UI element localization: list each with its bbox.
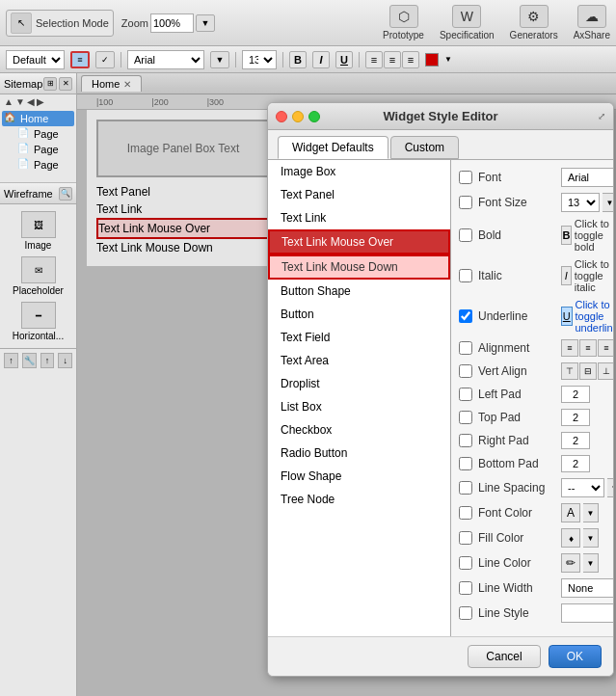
line-color-checkbox[interactable] (459, 556, 472, 570)
italic-checkbox[interactable] (459, 269, 472, 282)
widget-list-item-treenode[interactable]: Tree Node (268, 488, 450, 511)
fontsize-select[interactable]: 13 (561, 193, 600, 212)
line-spacing-select[interactable]: -- (561, 478, 604, 497)
nav-up-btn[interactable]: ▲ (4, 96, 13, 107)
font-dropdown-btn[interactable]: ▼ (210, 51, 229, 68)
dialog-close-btn[interactable] (276, 111, 287, 122)
line-style-checkbox[interactable] (459, 606, 472, 620)
wireframe-item-image[interactable]: 🖼 Image (4, 208, 72, 254)
bold-checkbox[interactable] (459, 228, 472, 242)
widget-list-item-textfield[interactable]: Text Field (268, 326, 450, 349)
bold-toggle-btn[interactable]: B (561, 226, 572, 245)
widget-list-item-textpanel[interactable]: Text Panel (268, 183, 450, 206)
left-pad-checkbox[interactable] (459, 388, 472, 401)
widget-list-item-textlink[interactable]: Text Link (268, 206, 450, 229)
italic-format-btn[interactable]: I (312, 51, 330, 68)
nav-item-page3[interactable]: 📄 Page (2, 157, 74, 173)
right-pad-checkbox[interactable] (459, 434, 472, 447)
align-right-btn[interactable]: ≡ (402, 51, 419, 68)
font-select-prop[interactable]: Arial (561, 168, 613, 187)
zoom-dropdown-btn[interactable]: ▼ (196, 14, 215, 32)
widget-list-item-radio[interactable]: Radio Button (268, 442, 450, 465)
widget-list-item-textlink-over[interactable]: Text Link Mouse Over (268, 229, 450, 254)
fill-color-dropdown[interactable]: ▼ (583, 528, 599, 548)
icon-btn-check[interactable]: ✓ (95, 51, 115, 68)
fill-color-checkbox[interactable] (459, 531, 472, 545)
align-right-icon[interactable]: ≡ (598, 339, 613, 357)
wb-btn3[interactable]: ↑ (40, 353, 55, 368)
generators-icon[interactable]: ⚙ (520, 5, 549, 28)
line-width-checkbox[interactable] (459, 581, 472, 595)
bottom-pad-input[interactable] (561, 455, 590, 472)
nav-item-page1[interactable]: 📄 Page (2, 126, 74, 142)
top-pad-checkbox[interactable] (459, 411, 472, 424)
bold-format-btn[interactable]: B (289, 51, 307, 68)
align-left-btn[interactable]: ≡ (365, 51, 383, 68)
cancel-button[interactable]: Cancel (468, 645, 540, 668)
widget-list-item-button[interactable]: Button (268, 303, 450, 326)
zoom-input[interactable] (150, 13, 194, 33)
align-center-btn[interactable]: ≡ (384, 51, 401, 68)
widget-list-item-checkbox[interactable]: Checkbox (268, 418, 450, 442)
alignment-checkbox[interactable] (459, 341, 472, 355)
wb-btn4[interactable]: ↓ (58, 353, 72, 368)
font-select[interactable]: Arial (127, 50, 204, 69)
vert-align-bot-icon[interactable]: ⊥ (598, 362, 613, 380)
widget-list-item-textarea[interactable]: Text Area (268, 349, 450, 372)
nav-item-page2[interactable]: 📄 Page (2, 142, 74, 157)
default-select[interactable]: Default (6, 50, 65, 69)
line-spacing-checkbox[interactable] (459, 481, 472, 495)
nav-left-btn[interactable]: ◀ (27, 96, 35, 107)
widget-list-item-btnshape[interactable]: Button Shape (268, 280, 450, 303)
wireframe-item-placeholder[interactable]: ✉ Placeholder (4, 254, 72, 299)
bottom-pad-checkbox[interactable] (459, 457, 472, 470)
font-color-icon[interactable]: A (561, 503, 580, 522)
wb-btn1[interactable]: ↑ (4, 353, 18, 368)
widget-list-item-textlink-down[interactable]: Text Link Mouse Down (268, 254, 450, 280)
sitemap-close-btn[interactable]: ✕ (59, 77, 72, 91)
sitemap-expand-btn[interactable]: ⊞ (43, 77, 57, 91)
vert-align-checkbox[interactable] (459, 364, 472, 378)
ok-button[interactable]: OK (549, 645, 602, 668)
font-size-select[interactable]: 13 (242, 50, 277, 69)
line-spacing-dropdown[interactable]: ▼ (607, 478, 613, 497)
selection-mode-icon[interactable]: ↖ (11, 13, 32, 34)
nav-right-btn[interactable]: ▶ (37, 96, 44, 107)
wb-btn2[interactable]: 🔧 (22, 353, 37, 368)
icon-btn-sitemap[interactable]: ≡ (70, 51, 90, 68)
dialog-zoom-btn[interactable] (308, 111, 320, 122)
nav-down-btn[interactable]: ▼ (15, 96, 25, 107)
vert-align-mid-icon[interactable]: ⊟ (579, 362, 597, 380)
line-color-dropdown[interactable]: ▼ (583, 553, 599, 573)
font-checkbox[interactable] (459, 171, 472, 184)
wireframe-search-icon[interactable]: 🔍 (59, 187, 72, 201)
color-swatch[interactable] (425, 53, 439, 67)
dialog-expand-btn[interactable]: ⤢ (598, 111, 605, 121)
wireframe-item-horizontal[interactable]: ━ Horizontal... (4, 299, 72, 344)
widget-list-item-droplist[interactable]: Droplist (268, 372, 450, 395)
fontsize-checkbox[interactable] (459, 196, 472, 209)
fill-color-icon[interactable]: ⬧ (561, 528, 580, 548)
prototype-icon[interactable]: ⬡ (389, 5, 418, 28)
widget-list-item-imagebox[interactable]: Image Box (268, 160, 450, 183)
dialog-minimize-btn[interactable] (292, 111, 304, 122)
dialog-tab-custom[interactable]: Custom (390, 136, 459, 159)
align-left-icon[interactable]: ≡ (561, 339, 578, 357)
nav-item-home[interactable]: 🏠 Home (2, 111, 74, 126)
font-color-checkbox[interactable] (459, 506, 472, 520)
underline-toggle-btn[interactable]: U (561, 307, 573, 326)
line-color-icon[interactable]: ✏ (561, 553, 580, 573)
widget-list-item-listbox[interactable]: List Box (268, 395, 450, 418)
dialog-tab-widget-defaults[interactable]: Widget Defaults (278, 136, 388, 159)
align-center-icon[interactable]: ≡ (579, 339, 597, 357)
underline-checkbox[interactable] (459, 309, 472, 323)
line-width-select[interactable]: None (561, 578, 613, 598)
underline-format-btn[interactable]: U (335, 51, 353, 68)
left-pad-input[interactable] (561, 386, 590, 403)
axshare-icon[interactable]: ☁ (577, 5, 606, 28)
right-pad-input[interactable] (561, 432, 590, 449)
font-color-dropdown[interactable]: ▼ (583, 503, 599, 522)
line-style-select[interactable] (561, 603, 613, 623)
fontsize-dropdown[interactable]: ▼ (603, 193, 613, 212)
color-dropdown[interactable]: ▼ (444, 55, 452, 64)
